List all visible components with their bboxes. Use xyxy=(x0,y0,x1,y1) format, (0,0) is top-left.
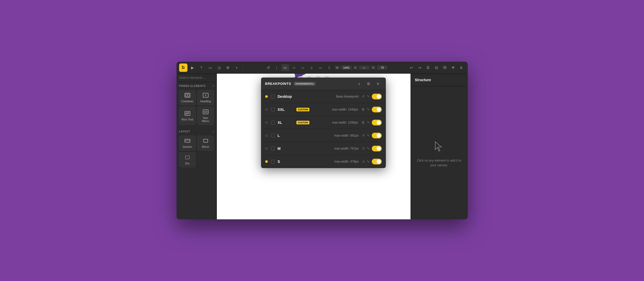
bp-name-xxl: XXL xyxy=(278,107,293,112)
bp-delete-xxl[interactable]: 🗑 xyxy=(361,107,365,111)
phone-viewport[interactable]: ▯ xyxy=(326,64,333,71)
medium-wide-viewport[interactable]: ▭ xyxy=(299,64,307,71)
bp-edit-xxl[interactable]: ✎ xyxy=(367,107,370,111)
bp-actions-l: ↺ ✎ xyxy=(362,133,382,138)
bp-dot-desktop xyxy=(265,95,268,98)
undo-icon[interactable]: ↩ xyxy=(408,64,415,71)
layout-toggle[interactable]: ▾ xyxy=(213,130,214,133)
search-input[interactable] xyxy=(179,76,217,80)
layout-label: LAYOUT xyxy=(179,130,190,133)
refresh-icon[interactable]: ↺ xyxy=(265,64,272,71)
wp-icon[interactable]: Ⓦ xyxy=(441,64,448,71)
bp-reset-desktop[interactable]: ↺ xyxy=(362,94,365,98)
landscape-phone-viewport[interactable]: ▭ xyxy=(317,64,324,71)
bp-checkbox-s[interactable] xyxy=(271,160,275,163)
bp-delete-xl[interactable]: 🗑 xyxy=(361,120,365,124)
help-icon[interactable]: ? xyxy=(198,64,205,71)
block-element[interactable]: Block xyxy=(197,136,214,151)
breakpoint-row-xl: XL CUSTOM max-width: 1280px 🗑 ✎ xyxy=(261,116,386,129)
wide-viewport[interactable]: ▭ xyxy=(290,64,298,71)
width-value[interactable]: 1441 xyxy=(341,66,352,70)
section-element[interactable]: Section xyxy=(179,136,196,151)
search-bar: 🔍 xyxy=(177,74,217,82)
bp-toggle-l[interactable] xyxy=(372,133,382,138)
pinned-toggle[interactable]: ▾ xyxy=(213,85,214,87)
bp-constraint-xxl: max-width: 1440px xyxy=(332,108,358,111)
more-icon[interactable]: ⋮ xyxy=(273,64,280,71)
bp-constraint-s: max-width: 478px xyxy=(334,160,359,163)
modal-settings-btn[interactable]: ⚙ xyxy=(365,80,372,87)
heading-icon: T xyxy=(203,93,209,98)
bp-reset-l[interactable]: ↺ xyxy=(362,133,365,137)
div-element[interactable]: Div xyxy=(179,152,196,167)
preview-icon[interactable]: 👁 xyxy=(450,64,457,71)
layers-icon[interactable]: ⊟ xyxy=(433,64,440,71)
zoom-value[interactable]: 73 xyxy=(377,66,387,70)
pinned-elements-grid: Container T Heading xyxy=(177,89,217,127)
layout-section-header: LAYOUT ▾ xyxy=(177,127,217,135)
bp-name-desktop: Desktop xyxy=(278,94,293,99)
bp-toggle-xxl[interactable] xyxy=(372,107,382,112)
bp-checkbox-l[interactable] xyxy=(271,134,275,137)
history-icon[interactable]: ◷ xyxy=(216,64,223,71)
dimension-controls: W 1441 H — % 73 xyxy=(334,66,388,70)
pages-icon[interactable]: ▭ xyxy=(207,64,214,71)
svg-rect-12 xyxy=(185,139,190,142)
modal-title: BREAKPOINTS xyxy=(265,82,291,86)
bp-checkbox-xxl[interactable] xyxy=(271,108,275,111)
redo-icon[interactable]: ↪ xyxy=(416,64,424,71)
toolbar-right: ↩ ↪ ☰ ⊟ Ⓦ 👁 b xyxy=(408,64,465,71)
bp-reset-m[interactable]: ↺ xyxy=(362,146,365,150)
modal-badge: EXPERIMENTAL xyxy=(294,82,316,86)
modal-header: BREAKPOINTS EXPERIMENTAL + ⚙ ✕ xyxy=(261,78,386,90)
height-value[interactable]: — xyxy=(359,66,369,70)
container-element[interactable]: Container xyxy=(179,90,196,105)
rich-text-element[interactable]: Rich Text xyxy=(179,107,196,125)
bp-checkbox-xl[interactable] xyxy=(271,121,275,124)
bp-custom-xxl: CUSTOM xyxy=(296,108,310,111)
bp-edit-l[interactable]: ✎ xyxy=(367,133,370,137)
tablet-viewport[interactable]: ▯ xyxy=(308,64,316,71)
divider-1 xyxy=(243,65,243,71)
heading-element[interactable]: T Heading xyxy=(197,90,214,105)
nav-menu-element[interactable]: Nav Menu xyxy=(197,107,214,125)
bp-toggle-xl[interactable] xyxy=(372,120,382,125)
bp-edit-m[interactable]: ✎ xyxy=(367,146,370,150)
bp-edit-desktop[interactable]: ✎ xyxy=(367,94,370,98)
pinned-label: PINNED ELEMENTS xyxy=(179,85,206,87)
bp-toggle-m[interactable] xyxy=(372,146,382,151)
main-area: 🔍 PINNED ELEMENTS ▾ Container xyxy=(177,74,468,219)
bp-edit-s[interactable]: ✎ xyxy=(367,160,370,164)
add-icon[interactable]: + xyxy=(233,64,240,71)
settings-icon[interactable]: ⚙ xyxy=(224,64,232,71)
svg-rect-14 xyxy=(204,139,208,142)
svg-rect-2 xyxy=(188,94,189,97)
section-label: Section xyxy=(183,145,192,148)
container-label: Container xyxy=(181,100,194,103)
left-sidebar: 🔍 PINNED ELEMENTS ▾ Container xyxy=(177,74,217,219)
logo[interactable]: b xyxy=(179,63,187,72)
bp-checkbox-m[interactable] xyxy=(271,147,275,150)
bp-toggle-desktop[interactable] xyxy=(372,94,382,99)
list-icon[interactable]: ☰ xyxy=(425,64,432,71)
select-tool[interactable]: ▶ xyxy=(189,64,196,71)
layout-elements-grid: Section Block Div xyxy=(177,135,217,170)
desktop-viewport[interactable]: ▭ xyxy=(281,64,289,71)
bp-toggle-s[interactable] xyxy=(372,159,382,164)
bp-name-l: L xyxy=(278,133,293,138)
modal-add-btn[interactable]: + xyxy=(356,80,363,87)
bp-edit-xl[interactable]: ✎ xyxy=(367,120,370,124)
publish-icon[interactable]: b xyxy=(458,64,465,71)
canvas[interactable]: + ⊞ ◎ ℹ BREAKPOINTS EXPERIMENTAL + ⚙ ✕ xyxy=(217,74,411,219)
bp-reset-s[interactable]: ↺ xyxy=(362,160,365,164)
pinned-section-header: PINNED ELEMENTS ▾ xyxy=(177,82,217,89)
right-sidebar: Structure Click on any element to add it… xyxy=(411,74,468,219)
bp-name-s: S xyxy=(278,159,293,164)
bp-checkbox-desktop[interactable] xyxy=(271,95,275,98)
modal-close-btn[interactable]: ✕ xyxy=(374,80,382,87)
breakpoints-modal: BREAKPOINTS EXPERIMENTAL + ⚙ ✕ Desktop B… xyxy=(261,78,386,168)
breakpoint-row-l: L max-width: 991px ↺ ✎ xyxy=(261,129,386,142)
viewport-controls: ↺ ⋮ ▭ ▭ ▭ ▯ ▭ ▯ W 1441 H — % 73 xyxy=(246,64,406,71)
bp-dot-xxl xyxy=(265,108,268,111)
bp-constraint-xl: max-width: 1280px xyxy=(332,121,358,124)
